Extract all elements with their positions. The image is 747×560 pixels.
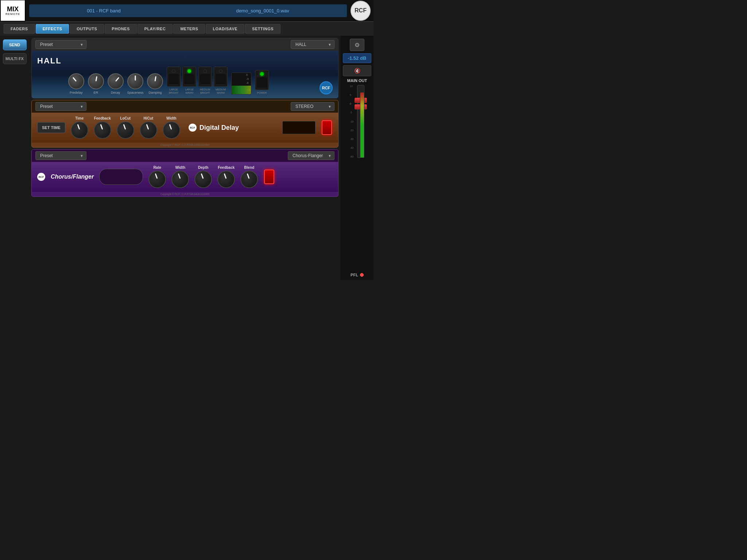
set-time-button[interactable]: SET TIME: [37, 122, 65, 133]
delay-time-group: Time: [71, 116, 88, 139]
delay-locut-knob[interactable]: [117, 121, 134, 139]
hall-preset-dropdown-wrapper[interactable]: Preset ▼: [35, 40, 86, 49]
chorus-blend-group: Blend: [240, 166, 258, 188]
delay-preset-select[interactable]: Preset: [35, 102, 86, 111]
pfl-label: PFL: [351, 273, 358, 277]
multifx-button[interactable]: MULTI FX: [3, 53, 27, 64]
hall-reverb-module: Preset ▼ HALL ▼ HALL Predelay: [31, 38, 338, 98]
delay-display-screen: [282, 121, 316, 134]
chorus-flanger-module: Preset ▼ Chorus-Flanger ▼ RCF Chorus/Fla…: [31, 149, 338, 197]
chorus-depth-knob[interactable]: [194, 171, 212, 188]
nav-outputs[interactable]: OUTPUTS: [70, 24, 104, 34]
delay-feedback-knob[interactable]: [94, 121, 111, 139]
mute-button[interactable]: 🔇: [343, 65, 371, 76]
chorus-preset-select[interactable]: Preset: [35, 151, 86, 160]
settings-gear-button[interactable]: ⚙: [350, 39, 364, 51]
nav-playrec[interactable]: PLAY/REC: [138, 24, 173, 34]
rcf-logo: RCF: [351, 1, 371, 21]
chorus-rate-label: Rate: [153, 166, 161, 170]
delay-time-knob[interactable]: [71, 121, 88, 139]
chorus-rate-knob[interactable]: [148, 171, 166, 188]
delay-body: SET TIME Time Feedback LoCut HiCut: [32, 113, 338, 143]
chorus-preset-dropdown-wrapper[interactable]: Preset ▼: [35, 151, 86, 160]
app-logo: MIX REMOTE: [0, 0, 26, 22]
delay-type-dropdown-wrapper[interactable]: STEREO ▼: [291, 102, 334, 111]
scale-mark-10: 10: [350, 85, 356, 88]
send-button[interactable]: SEND: [3, 39, 27, 50]
delay-locut-label: LoCut: [120, 116, 131, 120]
nav-effects[interactable]: EFFECTS: [36, 24, 69, 34]
hall-er-label: ER: [93, 91, 98, 94]
large-bright-led: [172, 69, 175, 73]
logo-mix-text: MIX: [7, 6, 19, 12]
nav-settings[interactable]: SETTINGS: [245, 24, 280, 34]
hall-title: HALL: [37, 54, 62, 66]
navigation-bar: FADERS EFFECTS OUTPUTS PHONES PLAY/REC M…: [0, 22, 374, 36]
db-level-display: -1.52 dB: [343, 53, 371, 63]
delay-hicut-group: HiCut: [140, 116, 157, 139]
scale-mark-n20: -20: [350, 129, 356, 132]
large-bright-label: LARGEBRIGHT: [169, 88, 178, 94]
medium-bright-label: MEDIUMBRIGHT: [200, 88, 210, 94]
hall-large-warm-toggle[interactable]: LARGEWARM: [182, 67, 196, 94]
hall-medium-bright-toggle[interactable]: MEDIUMBRIGHT: [198, 67, 212, 94]
logo-remote-text: REMOTE: [5, 12, 20, 16]
chorus-depth-group: Depth: [194, 166, 212, 188]
delay-power-led: [322, 120, 332, 135]
hall-type-dropdown-wrapper[interactable]: HALL ▼: [291, 40, 334, 49]
hall-large-bright-toggle[interactable]: LARGEBRIGHT: [167, 67, 181, 94]
effects-content: Preset ▼ HALL ▼ HALL Predelay: [29, 36, 341, 280]
hall-decay-knob[interactable]: [108, 73, 124, 89]
hall-predelay-knob[interactable]: [68, 73, 84, 89]
hall-er-knob[interactable]: [88, 73, 104, 89]
hall-decay-label: Decay: [111, 91, 120, 94]
main-out-label: MAIN OUT: [347, 78, 367, 83]
chorus-blend-knob[interactable]: [240, 171, 258, 188]
hall-damping-knob[interactable]: [147, 73, 163, 89]
chorus-type-select[interactable]: Chorus-Flanger: [288, 151, 334, 160]
delay-hicut-label: HiCut: [143, 116, 153, 120]
meter-bar: [232, 86, 251, 94]
chorus-feedback-knob[interactable]: [217, 171, 235, 188]
chorus-width-knob[interactable]: [171, 171, 189, 188]
chorus-body: RCF Chorus/Flanger Rate Width Depth Feed…: [32, 162, 338, 192]
delay-hicut-knob[interactable]: [140, 121, 157, 139]
delay-type-select[interactable]: STEREO: [291, 102, 334, 111]
chorus-rcf-badge: RCF: [37, 173, 45, 181]
chorus-title-text: Chorus/Flanger: [51, 174, 94, 180]
delay-width-knob[interactable]: [163, 121, 180, 139]
delay-locut-group: LoCut: [117, 116, 134, 139]
hall-medium-warm-toggle[interactable]: MEDIUMWARM: [214, 67, 228, 94]
song-name: 001 - RCF band: [87, 8, 121, 13]
medium-warm-label: MEDIUMWARM: [216, 88, 226, 94]
chorus-width-group: Width: [171, 166, 189, 188]
chorus-blend-label: Blend: [244, 166, 254, 170]
chorus-copyright: Copyright © RCF | C.F./P.IVA 04081310965: [32, 192, 338, 197]
chorus-feedback-group: Feedback: [217, 166, 235, 188]
delay-power-toggle[interactable]: [321, 120, 333, 136]
chorus-power-toggle[interactable]: [263, 169, 275, 185]
chorus-display-screen: [99, 169, 143, 185]
delay-width-group: Width: [163, 116, 180, 139]
nav-loadsave[interactable]: LOAD/SAVE: [206, 24, 244, 34]
nav-faders[interactable]: FADERS: [4, 24, 35, 34]
hall-spaceness-knob[interactable]: [127, 73, 143, 89]
hall-module-header: Preset ▼ HALL ▼: [32, 38, 338, 51]
hall-preset-select[interactable]: Preset: [35, 40, 86, 49]
delay-feedback-group: Feedback: [94, 116, 111, 139]
delay-preset-dropdown-wrapper[interactable]: Preset ▼: [35, 102, 86, 111]
hall-predelay-label: Predelay: [70, 91, 83, 94]
hall-damping-label: Damping: [148, 91, 162, 94]
hall-type-select[interactable]: HALL: [291, 40, 334, 49]
chorus-type-dropdown-wrapper[interactable]: Chorus-Flanger ▼: [288, 151, 334, 160]
hall-damping-group: Damping: [147, 73, 163, 94]
digital-delay-module: Preset ▼ STEREO ▼ SET TIME Time: [31, 100, 338, 148]
nav-phones[interactable]: PHONES: [105, 24, 136, 34]
nav-meters[interactable]: METERS: [173, 24, 205, 34]
main-area: SEND MULTI FX Preset ▼ HALL ▼: [0, 36, 374, 280]
medium-warm-led: [219, 69, 222, 73]
delay-module-header: Preset ▼ STEREO ▼: [32, 100, 338, 113]
chorus-module-header: Preset ▼ Chorus-Flanger ▼: [32, 149, 338, 162]
hall-power-switch[interactable]: [255, 70, 269, 90]
fader-scale: 10 5 0 -5 -10 -20 -30 -40 -60: [350, 85, 356, 158]
